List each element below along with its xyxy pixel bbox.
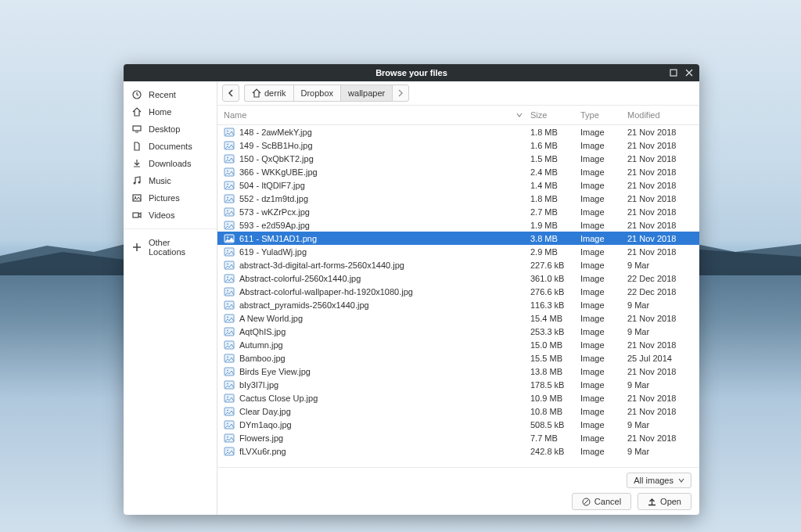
image-file-icon — [224, 353, 235, 364]
file-name: A New World.jpg — [239, 314, 303, 323]
column-size[interactable]: Size — [530, 110, 580, 120]
file-name: abstract_pyramids-2560x1440.jpg — [239, 300, 369, 310]
breadcrumb-derrik[interactable]: derrik — [244, 84, 293, 102]
open-icon — [648, 498, 656, 506]
file-type: Image — [580, 220, 627, 231]
file-modified: 25 Jul 2014 — [627, 353, 693, 364]
file-row[interactable]: 593 - e2d59Ap.jpg1.9 MBImage21 Nov 2018 — [217, 218, 699, 232]
file-type: Image — [580, 127, 627, 138]
file-row[interactable]: AqtQhIS.jpg253.3 kBImage9 Mar — [217, 325, 699, 338]
column-headers: Name Size Type Modified — [217, 106, 699, 125]
file-row[interactable]: 149 - ScBB1Ho.jpg1.6 MBImage21 Nov 2018 — [217, 138, 699, 152]
file-row[interactable]: Birds Eye View.jpg13.8 MBImage21 Nov 201… — [217, 365, 699, 378]
file-row[interactable]: Autumn.jpg15.0 MBImage21 Nov 2018 — [217, 338, 699, 351]
svg-point-27 — [227, 250, 228, 251]
doc-icon — [131, 142, 142, 151]
file-size: 227.6 kB — [530, 260, 580, 271]
svg-point-17 — [227, 183, 228, 185]
cancel-button[interactable]: Cancel — [572, 493, 631, 510]
filter-dropdown[interactable]: All images — [627, 473, 691, 488]
file-row[interactable]: abstract-3d-digital-art-forms-2560x1440.… — [217, 258, 699, 271]
image-file-icon — [224, 366, 235, 377]
svg-point-21 — [227, 210, 228, 211]
file-size: 242.8 kB — [530, 446, 580, 457]
file-row[interactable]: Flowers.jpg7.7 MBImage21 Nov 2018 — [217, 431, 699, 444]
download-icon — [131, 159, 142, 168]
file-row[interactable]: 573 - wKZrPcx.jpg2.7 MBImage21 Nov 2018 — [217, 205, 699, 218]
sidebar-item-music[interactable]: Music — [124, 172, 217, 189]
back-button[interactable] — [222, 84, 239, 102]
file-type: Image — [580, 207, 627, 217]
file-row[interactable]: 366 - WKKgUBE.jpg2.4 MBImage21 Nov 2018 — [217, 165, 699, 178]
breadcrumb-wallpaper[interactable]: wallpaper — [340, 84, 392, 102]
file-name: 148 - 2awMekY.jpg — [239, 128, 312, 137]
column-name[interactable]: Name — [224, 110, 530, 120]
file-type: Image — [580, 193, 627, 204]
file-row[interactable]: 619 - YuladWj.jpg2.9 MBImage21 Nov 2018 — [217, 245, 699, 258]
sidebar-item-desktop[interactable]: Desktop — [124, 120, 217, 138]
sidebar-label: Recent — [149, 90, 176, 99]
image-file-icon — [224, 246, 235, 257]
file-name: Cactus Close Up.jpg — [239, 394, 318, 403]
image-file-icon — [224, 393, 235, 404]
open-button[interactable]: Open — [638, 493, 691, 510]
file-row[interactable]: DYm1aqo.jpg508.5 kBImage9 Mar — [217, 418, 699, 431]
file-row[interactable]: 552 - dz1m9td.jpg1.8 MBImage21 Nov 2018 — [217, 192, 699, 205]
file-type: Image — [580, 233, 627, 244]
file-size: 1.4 MB — [530, 180, 580, 191]
file-row[interactable]: 148 - 2awMekY.jpg1.8 MBImage21 Nov 2018 — [217, 125, 699, 138]
picture-icon — [131, 193, 142, 203]
close-button[interactable] — [684, 67, 695, 78]
file-size: 2.7 MB — [530, 207, 580, 217]
file-row[interactable]: 611 - SMJ1AD1.png3.8 MBImage21 Nov 2018 — [217, 232, 699, 245]
breadcrumb-dropbox[interactable]: Dropbox — [293, 84, 341, 102]
file-list[interactable]: 148 - 2awMekY.jpg1.8 MBImage21 Nov 20181… — [217, 125, 699, 467]
file-size: 2.4 MB — [530, 167, 580, 178]
file-modified: 9 Mar — [627, 379, 693, 390]
sidebar-item-videos[interactable]: Videos — [124, 207, 217, 224]
file-row[interactable]: fLVXu6r.png242.8 kBImage9 Mar — [217, 444, 699, 458]
file-size: 253.3 kB — [530, 326, 580, 337]
file-row[interactable]: Bamboo.jpg15.5 MBImage25 Jul 2014 — [217, 351, 699, 365]
file-row[interactable]: Clear Day.jpg10.8 MBImage21 Nov 2018 — [217, 404, 699, 418]
file-name: 150 - QxQbKT2.jpg — [239, 154, 314, 164]
column-modified[interactable]: Modified — [627, 110, 693, 120]
file-size: 10.9 MB — [530, 393, 580, 404]
file-row[interactable]: 150 - QxQbKT2.jpg1.5 MBImage21 Nov 2018 — [217, 152, 699, 165]
file-type: Image — [580, 406, 627, 417]
sidebar-item-recent[interactable]: Recent — [124, 86, 217, 103]
file-modified: 9 Mar — [627, 260, 693, 271]
file-row[interactable]: 504 - ItQDlF7.jpg1.4 MBImage21 Nov 2018 — [217, 178, 699, 192]
sidebar-item-pictures[interactable]: Pictures — [124, 189, 217, 207]
file-type: Image — [580, 260, 627, 271]
file-type: Image — [580, 286, 627, 297]
file-row[interactable]: abstract_pyramids-2560x1440.jpg116.3 kBI… — [217, 298, 699, 311]
maximize-button[interactable] — [668, 67, 679, 78]
sidebar-item-documents[interactable]: Documents — [124, 138, 217, 155]
file-row[interactable]: bIy3I7l.jpg178.5 kBImage9 Mar — [217, 378, 699, 391]
column-type[interactable]: Type — [580, 110, 627, 120]
sidebar-item-downloads[interactable]: Downloads — [124, 155, 217, 172]
file-row[interactable]: Cactus Close Up.jpg10.9 MBImage21 Nov 20… — [217, 391, 699, 404]
file-row[interactable]: Abstract-colorful-2560x1440.jpg361.0 kBI… — [217, 271, 699, 285]
file-type: Image — [580, 180, 627, 191]
svg-point-31 — [227, 276, 228, 278]
file-modified: 21 Nov 2018 — [627, 366, 693, 377]
file-modified: 21 Nov 2018 — [627, 393, 693, 404]
svg-point-23 — [227, 223, 228, 225]
path-bar: derrikDropboxwallpaper — [217, 81, 699, 106]
sidebar-other-locations[interactable]: Other Locations — [124, 234, 217, 261]
file-row[interactable]: A New World.jpg15.4 MBImage21 Nov 2018 — [217, 311, 699, 325]
file-row[interactable]: Abstract-colorful-wallpaper-hd-1920x1080… — [217, 285, 699, 298]
svg-point-4 — [138, 182, 141, 184]
file-type: Image — [580, 419, 627, 430]
sidebar-label: Pictures — [149, 193, 180, 203]
breadcrumb-forward[interactable] — [392, 84, 409, 102]
svg-point-53 — [227, 422, 228, 424]
sidebar-item-home[interactable]: Home — [124, 103, 217, 120]
svg-point-19 — [227, 196, 228, 198]
window-title: Browse your files — [375, 68, 447, 77]
file-size: 178.5 kB — [530, 379, 580, 390]
sidebar-label: Desktop — [149, 124, 180, 134]
image-file-icon — [224, 433, 235, 444]
